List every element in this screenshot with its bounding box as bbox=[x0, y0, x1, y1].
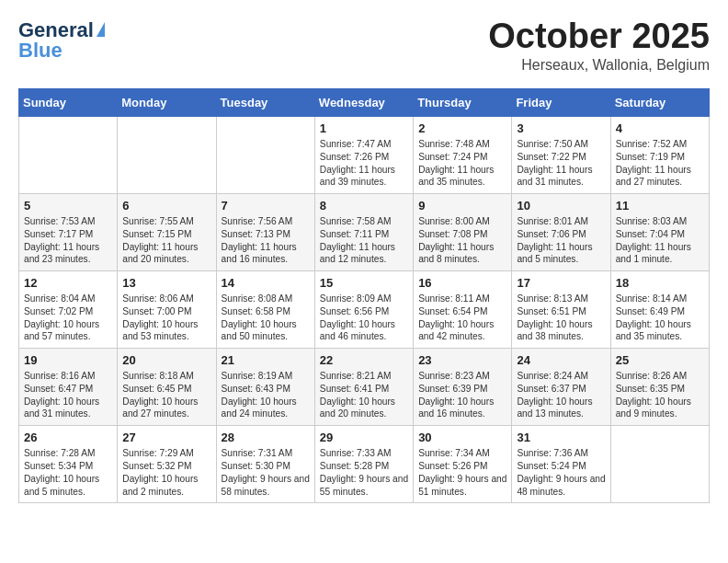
calendar-cell: 30Sunrise: 7:34 AM Sunset: 5:26 PM Dayli… bbox=[414, 426, 512, 503]
day-number: 10 bbox=[517, 199, 605, 213]
logo: General Blue bbox=[18, 18, 105, 63]
day-number: 8 bbox=[320, 199, 408, 213]
calendar-cell: 11Sunrise: 8:03 AM Sunset: 7:04 PM Dayli… bbox=[610, 194, 709, 271]
calendar-cell bbox=[118, 117, 216, 194]
day-number: 5 bbox=[24, 199, 112, 213]
header-day-tuesday: Tuesday bbox=[216, 89, 314, 117]
calendar-cell: 19Sunrise: 8:16 AM Sunset: 6:47 PM Dayli… bbox=[19, 349, 118, 426]
day-content: Sunrise: 7:53 AM Sunset: 7:17 PM Dayligh… bbox=[24, 215, 112, 266]
day-number: 28 bbox=[222, 431, 310, 444]
calendar-week-5: 26Sunrise: 7:28 AM Sunset: 5:34 PM Dayli… bbox=[19, 426, 710, 503]
calendar-cell: 2Sunrise: 7:48 AM Sunset: 7:24 PM Daylig… bbox=[414, 117, 512, 194]
day-number: 14 bbox=[222, 276, 310, 290]
calendar-week-3: 12Sunrise: 8:04 AM Sunset: 7:02 PM Dayli… bbox=[19, 271, 710, 349]
month-title: October 2025 bbox=[488, 18, 710, 53]
day-content: Sunrise: 7:31 AM Sunset: 5:30 PM Dayligh… bbox=[222, 447, 310, 498]
title-area: October 2025 Herseaux, Wallonia, Belgium bbox=[488, 18, 710, 74]
day-number: 29 bbox=[320, 431, 408, 444]
calendar-week-4: 19Sunrise: 8:16 AM Sunset: 6:47 PM Dayli… bbox=[19, 349, 710, 426]
calendar-cell bbox=[610, 426, 709, 503]
day-content: Sunrise: 8:23 AM Sunset: 6:39 PM Dayligh… bbox=[418, 370, 506, 420]
day-number: 27 bbox=[122, 431, 210, 444]
calendar-cell: 29Sunrise: 7:33 AM Sunset: 5:28 PM Dayli… bbox=[314, 426, 413, 503]
day-content: Sunrise: 8:00 AM Sunset: 7:08 PM Dayligh… bbox=[418, 215, 506, 266]
day-number: 7 bbox=[222, 199, 310, 213]
calendar-cell: 31Sunrise: 7:36 AM Sunset: 5:24 PM Dayli… bbox=[512, 426, 610, 503]
day-number: 9 bbox=[418, 199, 506, 213]
day-number: 21 bbox=[222, 353, 310, 367]
day-number: 20 bbox=[122, 353, 210, 367]
day-content: Sunrise: 8:14 AM Sunset: 6:49 PM Dayligh… bbox=[616, 293, 704, 343]
day-number: 4 bbox=[616, 121, 704, 135]
day-content: Sunrise: 8:26 AM Sunset: 6:35 PM Dayligh… bbox=[616, 370, 704, 420]
calendar-cell: 9Sunrise: 8:00 AM Sunset: 7:08 PM Daylig… bbox=[414, 194, 512, 271]
logo-blue: Blue bbox=[18, 39, 63, 63]
day-number: 19 bbox=[24, 353, 112, 367]
day-number: 22 bbox=[320, 353, 408, 367]
calendar-body: 1Sunrise: 7:47 AM Sunset: 7:26 PM Daylig… bbox=[19, 117, 710, 503]
calendar-cell: 24Sunrise: 8:24 AM Sunset: 6:37 PM Dayli… bbox=[512, 349, 610, 426]
day-content: Sunrise: 7:56 AM Sunset: 7:13 PM Dayligh… bbox=[222, 215, 310, 266]
calendar-cell: 16Sunrise: 8:11 AM Sunset: 6:54 PM Dayli… bbox=[414, 271, 512, 349]
day-number: 17 bbox=[517, 276, 605, 290]
day-content: Sunrise: 8:18 AM Sunset: 6:45 PM Dayligh… bbox=[122, 370, 210, 420]
day-content: Sunrise: 7:58 AM Sunset: 7:11 PM Dayligh… bbox=[320, 215, 408, 266]
page-header: General Blue October 2025 Herseaux, Wall… bbox=[18, 18, 710, 74]
day-content: Sunrise: 8:21 AM Sunset: 6:41 PM Dayligh… bbox=[320, 370, 408, 420]
day-content: Sunrise: 7:48 AM Sunset: 7:24 PM Dayligh… bbox=[418, 138, 506, 189]
calendar-cell: 8Sunrise: 7:58 AM Sunset: 7:11 PM Daylig… bbox=[314, 194, 413, 271]
calendar-cell: 14Sunrise: 8:08 AM Sunset: 6:58 PM Dayli… bbox=[216, 271, 314, 349]
calendar-cell: 18Sunrise: 8:14 AM Sunset: 6:49 PM Dayli… bbox=[610, 271, 709, 349]
day-number: 1 bbox=[320, 121, 408, 135]
calendar-cell bbox=[216, 117, 314, 194]
day-content: Sunrise: 8:16 AM Sunset: 6:47 PM Dayligh… bbox=[24, 370, 112, 420]
day-content: Sunrise: 8:24 AM Sunset: 6:37 PM Dayligh… bbox=[517, 370, 605, 420]
day-content: Sunrise: 7:52 AM Sunset: 7:19 PM Dayligh… bbox=[616, 138, 704, 189]
day-content: Sunrise: 8:19 AM Sunset: 6:43 PM Dayligh… bbox=[222, 370, 310, 420]
calendar-cell: 6Sunrise: 7:55 AM Sunset: 7:15 PM Daylig… bbox=[118, 194, 216, 271]
day-number: 6 bbox=[122, 199, 210, 213]
calendar-cell: 10Sunrise: 8:01 AM Sunset: 7:06 PM Dayli… bbox=[512, 194, 610, 271]
day-content: Sunrise: 8:11 AM Sunset: 6:54 PM Dayligh… bbox=[418, 293, 506, 343]
day-number: 15 bbox=[320, 276, 408, 290]
calendar-cell: 15Sunrise: 8:09 AM Sunset: 6:56 PM Dayli… bbox=[314, 271, 413, 349]
day-number: 23 bbox=[418, 353, 506, 367]
day-content: Sunrise: 8:04 AM Sunset: 7:02 PM Dayligh… bbox=[24, 293, 112, 343]
day-content: Sunrise: 7:50 AM Sunset: 7:22 PM Dayligh… bbox=[517, 138, 605, 189]
day-content: Sunrise: 7:47 AM Sunset: 7:26 PM Dayligh… bbox=[320, 138, 408, 189]
day-number: 16 bbox=[418, 276, 506, 290]
logo-triangle-icon bbox=[97, 22, 105, 37]
day-number: 11 bbox=[616, 199, 704, 213]
day-content: Sunrise: 8:09 AM Sunset: 6:56 PM Dayligh… bbox=[320, 293, 408, 343]
calendar-cell: 17Sunrise: 8:13 AM Sunset: 6:51 PM Dayli… bbox=[512, 271, 610, 349]
day-content: Sunrise: 7:34 AM Sunset: 5:26 PM Dayligh… bbox=[418, 447, 506, 498]
calendar-cell: 28Sunrise: 7:31 AM Sunset: 5:30 PM Dayli… bbox=[216, 426, 314, 503]
header-day-friday: Friday bbox=[512, 89, 610, 117]
day-number: 25 bbox=[616, 353, 704, 367]
day-number: 26 bbox=[24, 431, 112, 444]
calendar-cell: 3Sunrise: 7:50 AM Sunset: 7:22 PM Daylig… bbox=[512, 117, 610, 194]
header-day-saturday: Saturday bbox=[610, 89, 709, 117]
day-content: Sunrise: 8:06 AM Sunset: 7:00 PM Dayligh… bbox=[122, 293, 210, 343]
day-number: 30 bbox=[418, 431, 506, 444]
calendar-week-2: 5Sunrise: 7:53 AM Sunset: 7:17 PM Daylig… bbox=[19, 194, 710, 271]
calendar-cell: 25Sunrise: 8:26 AM Sunset: 6:35 PM Dayli… bbox=[610, 349, 709, 426]
day-content: Sunrise: 8:01 AM Sunset: 7:06 PM Dayligh… bbox=[517, 215, 605, 266]
day-number: 3 bbox=[517, 121, 605, 135]
calendar-cell: 1Sunrise: 7:47 AM Sunset: 7:26 PM Daylig… bbox=[314, 117, 413, 194]
header-row: SundayMondayTuesdayWednesdayThursdayFrid… bbox=[19, 89, 710, 117]
day-content: Sunrise: 7:28 AM Sunset: 5:34 PM Dayligh… bbox=[24, 447, 112, 498]
day-content: Sunrise: 7:33 AM Sunset: 5:28 PM Dayligh… bbox=[320, 447, 408, 498]
day-content: Sunrise: 7:36 AM Sunset: 5:24 PM Dayligh… bbox=[517, 447, 605, 498]
day-content: Sunrise: 8:03 AM Sunset: 7:04 PM Dayligh… bbox=[616, 215, 704, 266]
header-day-wednesday: Wednesday bbox=[314, 89, 413, 117]
calendar-header: SundayMondayTuesdayWednesdayThursdayFrid… bbox=[19, 89, 710, 117]
calendar-cell: 27Sunrise: 7:29 AM Sunset: 5:32 PM Dayli… bbox=[118, 426, 216, 503]
calendar-cell: 21Sunrise: 8:19 AM Sunset: 6:43 PM Dayli… bbox=[216, 349, 314, 426]
day-content: Sunrise: 8:13 AM Sunset: 6:51 PM Dayligh… bbox=[517, 293, 605, 343]
calendar-cell: 4Sunrise: 7:52 AM Sunset: 7:19 PM Daylig… bbox=[610, 117, 709, 194]
calendar-cell: 22Sunrise: 8:21 AM Sunset: 6:41 PM Dayli… bbox=[314, 349, 413, 426]
calendar-cell: 23Sunrise: 8:23 AM Sunset: 6:39 PM Dayli… bbox=[414, 349, 512, 426]
day-number: 18 bbox=[616, 276, 704, 290]
day-content: Sunrise: 8:08 AM Sunset: 6:58 PM Dayligh… bbox=[222, 293, 310, 343]
